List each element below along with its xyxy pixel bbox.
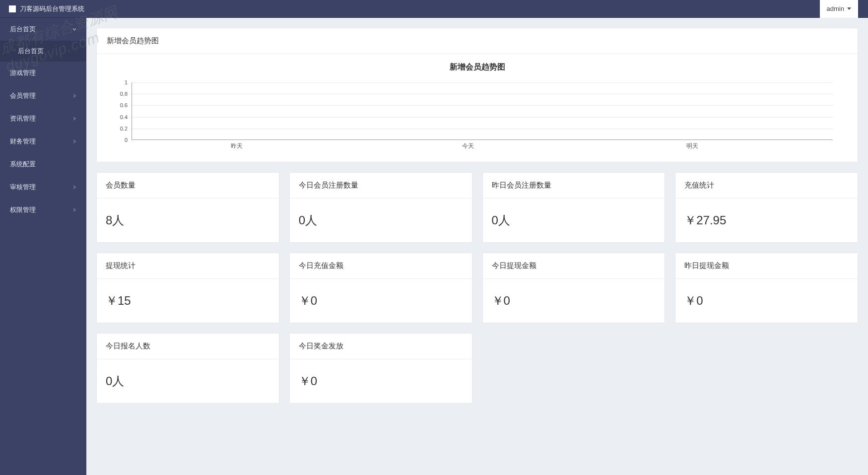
stat-value: 0人 [483, 199, 665, 242]
stats-grid: 会员数量 8人 今日会员注册数量 0人 昨日会员注册数量 0人 充值统计 ￥27… [96, 172, 858, 404]
grid-line [132, 94, 833, 94]
stat-title: 会员数量 [97, 173, 279, 199]
stat-card-today-withdraw: 今日提现金额 ￥0 [482, 253, 666, 323]
y-tick: 0.8 [120, 91, 128, 97]
grid-line [132, 129, 833, 129]
x-label: 昨天 [231, 142, 243, 150]
user-name: admin [827, 5, 844, 12]
chart-title: 新增会员趋势图 [107, 62, 848, 72]
stat-title: 今日报名人数 [97, 334, 279, 359]
stat-title: 充值统计 [675, 173, 858, 199]
stat-value: 0人 [290, 199, 472, 242]
sidebar-item-label: 审核管理 [10, 183, 36, 192]
app-header: 刀客源码后台管理系统 admin [0, 0, 868, 18]
stat-title: 今日奖金发放 [290, 334, 472, 359]
sidebar-item-audit[interactable]: 审核管理 [0, 176, 86, 199]
sidebar-item-label: 后台首页 [10, 25, 36, 34]
caret-down-icon [847, 7, 851, 10]
stat-card-withdraw-total: 提现统计 ￥15 [96, 253, 279, 323]
sidebar: 后台首页 后台首页 游戏管理 会员管理 资讯管理 财务管理 [0, 18, 86, 475]
main-content: 新增会员趋势图 新增会员趋势图 1 0.8 0.6 0.4 0.2 0 [86, 18, 868, 475]
grid-line [132, 105, 833, 106]
stat-title: 今日会员注册数量 [290, 173, 472, 199]
stat-title: 提现统计 [97, 253, 279, 279]
chevron-right-icon [72, 208, 76, 212]
stat-card-recharge-total: 充值统计 ￥27.95 [675, 172, 858, 243]
y-tick: 0.6 [120, 102, 128, 108]
logo-icon [9, 5, 16, 12]
y-tick: 0.4 [120, 114, 128, 120]
stat-value: 0人 [97, 359, 279, 403]
stat-title: 昨日会员注册数量 [483, 173, 665, 199]
chevron-right-icon [72, 139, 76, 143]
sidebar-sub-label: 后台首页 [18, 47, 44, 55]
y-tick: 1 [125, 79, 128, 85]
stat-value: ￥15 [97, 279, 279, 323]
y-tick: 0 [125, 137, 128, 143]
grid-line [132, 82, 833, 83]
sidebar-item-finance[interactable]: 财务管理 [0, 130, 86, 153]
stat-card-today-signup: 今日报名人数 0人 [96, 333, 279, 404]
x-labels: 昨天 今天 明天 [132, 142, 833, 152]
stat-value: ￥0 [290, 359, 472, 403]
sidebar-item-label: 会员管理 [10, 91, 36, 100]
chevron-down-icon [72, 27, 76, 31]
sidebar-item-label: 财务管理 [10, 137, 36, 146]
x-label: 今天 [462, 142, 474, 150]
stat-value: 8人 [97, 199, 279, 242]
stat-value: ￥0 [483, 279, 665, 323]
stat-card-today-register: 今日会员注册数量 0人 [289, 172, 472, 243]
sidebar-item-home[interactable]: 后台首页 [0, 18, 86, 41]
y-axis: 1 0.8 0.6 0.4 0.2 0 [111, 82, 131, 140]
chevron-right-icon [72, 185, 76, 189]
sidebar-item-system[interactable]: 系统配置 [0, 153, 86, 176]
stat-card-member-count: 会员数量 8人 [96, 172, 279, 243]
stat-title: 今日充值金额 [290, 253, 472, 279]
stat-card-today-recharge: 今日充值金额 ￥0 [289, 253, 472, 323]
sidebar-item-label: 游戏管理 [10, 68, 36, 77]
user-menu[interactable]: admin [820, 0, 858, 18]
y-tick: 0.2 [120, 126, 128, 132]
stat-value: ￥0 [290, 279, 472, 323]
y-axis-line [132, 82, 132, 140]
x-axis-line [132, 139, 833, 140]
grid-line [132, 117, 833, 118]
stat-title: 今日提现金额 [483, 253, 665, 279]
chevron-right-icon [72, 117, 76, 121]
stat-card-today-bonus: 今日奖金发放 ￥0 [289, 333, 472, 404]
stat-value: ￥0 [675, 279, 858, 323]
chart-area: 1 0.8 0.6 0.4 0.2 0 昨天 [132, 82, 833, 152]
sidebar-item-news[interactable]: 资讯管理 [0, 107, 86, 130]
chart-panel: 新增会员趋势图 新增会员趋势图 1 0.8 0.6 0.4 0.2 0 [96, 28, 858, 162]
x-label: 明天 [686, 142, 698, 150]
app-title: 刀客源码后台管理系统 [20, 4, 84, 13]
sidebar-sub-home[interactable]: 后台首页 [0, 41, 86, 62]
chevron-right-icon [72, 94, 76, 98]
chart-panel-header: 新增会员趋势图 [97, 28, 858, 54]
stat-card-yesterday-register: 昨日会员注册数量 0人 [482, 172, 666, 243]
stat-value: ￥27.95 [675, 199, 858, 242]
sidebar-item-member[interactable]: 会员管理 [0, 84, 86, 107]
header-left: 刀客源码后台管理系统 [0, 4, 84, 13]
sidebar-item-permission[interactable]: 权限管理 [0, 199, 86, 221]
stat-title: 昨日提现金额 [675, 253, 858, 279]
sidebar-item-game[interactable]: 游戏管理 [0, 62, 86, 84]
sidebar-item-label: 资讯管理 [10, 114, 36, 123]
stat-card-yesterday-withdraw: 昨日提现金额 ￥0 [675, 253, 858, 323]
chart-panel-body: 新增会员趋势图 1 0.8 0.6 0.4 0.2 0 [97, 54, 858, 162]
sidebar-item-label: 系统配置 [10, 160, 36, 169]
sidebar-item-label: 权限管理 [10, 205, 36, 214]
